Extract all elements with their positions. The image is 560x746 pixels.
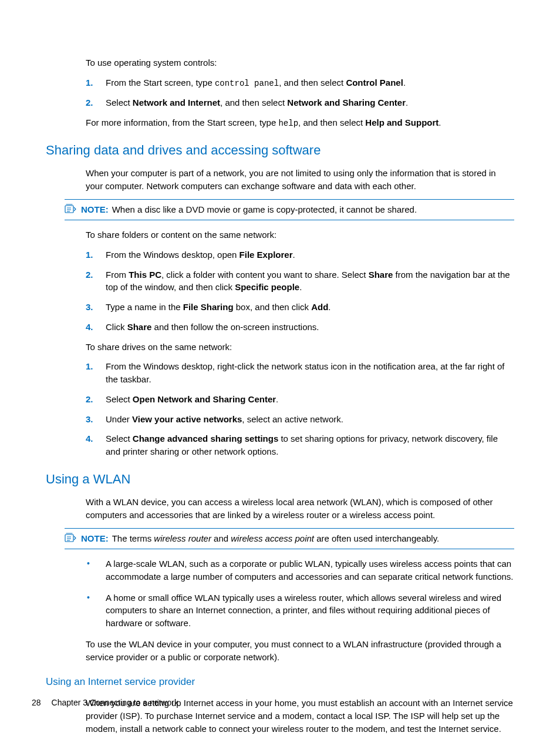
share-folders-intro: To share folders or content on the same … [86, 228, 514, 241]
note-box: NOTE:When a disc like a DVD movie or gam… [65, 199, 514, 220]
list-item: Type a name in the File Sharing box, and… [86, 301, 514, 314]
list-item: Click Share and then follow the on-scree… [86, 321, 514, 334]
note-label: NOTE: [81, 204, 109, 214]
list-item: A large-scale WLAN, such as a corporate … [86, 557, 514, 583]
intro-steps: From the Start screen, type control pane… [86, 76, 514, 109]
chapter-title: Chapter 3 Connecting to a network [52, 698, 178, 707]
note-box: NOTE:The terms wireless router and wirel… [65, 528, 514, 549]
list-item: Select Network and Internet, and then se… [86, 96, 514, 109]
list-item: From the Windows desktop, open File Expl… [86, 248, 514, 261]
list-item: From the Windows desktop, right-click th… [86, 360, 514, 386]
note-icon [65, 204, 76, 214]
share-drives-steps: From the Windows desktop, right-click th… [86, 360, 514, 458]
list-item: From the Start screen, type control pane… [86, 76, 514, 89]
isp-heading: Using an Internet service provider [46, 675, 514, 690]
list-item: Select Open Network and Sharing Center. [86, 393, 514, 406]
wlan-bullets: A large-scale WLAN, such as a corporate … [86, 557, 514, 630]
list-item: A home or small office WLAN typically us… [86, 592, 514, 630]
note-label: NOTE: [81, 533, 109, 543]
intro-text: To use operating system controls: [86, 56, 514, 69]
page-number: 28 [32, 697, 41, 708]
page-footer: 28Chapter 3 Connecting to a network [32, 697, 178, 708]
note-text: When a disc like a DVD movie or game is … [112, 204, 417, 214]
list-item: Select Change advanced sharing settings … [86, 432, 514, 458]
sharing-intro: When your computer is part of a network,… [86, 167, 514, 193]
share-folders-steps: From the Windows desktop, open File Expl… [86, 248, 514, 334]
note-icon [65, 533, 76, 543]
wlan-heading: Using a WLAN [46, 470, 514, 489]
intro-more-info: For more information, from the Start scr… [86, 116, 514, 129]
list-item: From This PC, click a folder with conten… [86, 268, 514, 294]
share-drives-intro: To share drives on the same network: [86, 341, 514, 354]
list-item: Under View your active networks, select … [86, 413, 514, 426]
sharing-heading: Sharing data and drives and accessing so… [46, 141, 514, 160]
wlan-infra: To use the WLAN device in your computer,… [86, 638, 514, 664]
wlan-intro: With a WLAN device, you can access a wir… [86, 496, 514, 522]
